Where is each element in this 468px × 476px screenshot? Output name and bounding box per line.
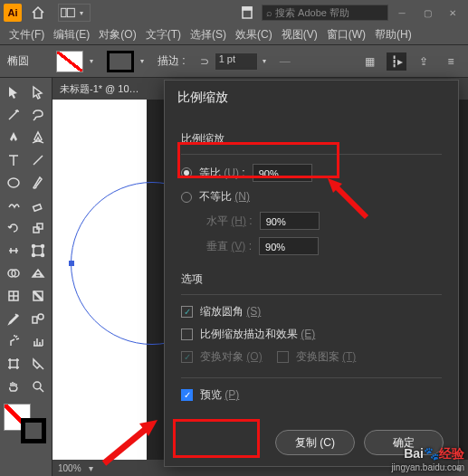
artboard-tool[interactable]	[2, 353, 25, 375]
zoom-level[interactable]: 100%	[58, 463, 81, 473]
shape-builder-tool[interactable]	[2, 262, 25, 284]
svg-rect-3	[243, 7, 252, 10]
uniform-value-input[interactable]: 90%	[253, 164, 312, 182]
vertical-input[interactable]: 90%	[259, 237, 319, 255]
chevron-down-icon[interactable]: ▾	[89, 463, 93, 473]
perspective-tool[interactable]	[26, 262, 50, 284]
link-icon[interactable]: ⊃	[195, 52, 215, 71]
align-icon[interactable]: ┇▸	[387, 52, 406, 71]
menu-view[interactable]: 视图(V)	[278, 25, 321, 44]
menu-object[interactable]: 对象(O)	[95, 25, 139, 44]
svg-rect-1	[67, 8, 74, 16]
menu-window[interactable]: 窗口(W)	[323, 25, 369, 44]
eraser-tool[interactable]	[26, 195, 50, 216]
rotate-tool[interactable]	[2, 217, 25, 239]
menu-type[interactable]: 文字(T)	[142, 25, 185, 44]
menu-edit[interactable]: 编辑(E)	[50, 25, 93, 44]
scale-dialog: 比例缩放 比例缩放 等比 (U) : 90% 不等比 (N) 水平 (H) : …	[164, 80, 459, 467]
document-icon[interactable]	[238, 4, 256, 22]
uniform-radio[interactable]	[181, 167, 192, 178]
stroke-color-swatch[interactable]	[21, 418, 46, 443]
svg-point-4	[8, 178, 19, 187]
maximize-button[interactable]: ▢	[415, 4, 439, 22]
tool-panel	[0, 78, 53, 476]
svg-point-11	[33, 254, 35, 257]
direct-selection-tool[interactable]	[26, 81, 50, 103]
copy-button[interactable]: 复制 (C)	[275, 430, 355, 455]
stroke-swatch[interactable]	[107, 51, 134, 72]
grid-icon[interactable]: ▦	[359, 52, 379, 71]
chevron-down-icon[interactable]: ▾	[136, 55, 148, 68]
svg-rect-19	[10, 360, 17, 367]
home-icon[interactable]	[29, 4, 47, 22]
search-input[interactable]: ⌕ 搜索 Adobe 帮助	[262, 5, 388, 21]
preview-label: 预览 (P)	[200, 387, 239, 403]
curvature-tool[interactable]	[26, 127, 50, 148]
share-icon[interactable]: ⇪	[414, 52, 434, 71]
svg-point-10	[42, 245, 44, 248]
line-tool[interactable]	[26, 149, 50, 171]
chevron-down-icon[interactable]: ▾	[85, 55, 98, 68]
type-tool[interactable]	[2, 149, 25, 171]
svg-rect-5	[33, 205, 42, 211]
magic-wand-tool[interactable]	[2, 104, 25, 126]
close-button[interactable]: ✕	[441, 4, 464, 22]
free-transform-tool[interactable]	[26, 240, 50, 262]
menu-help[interactable]: 帮助(H)	[371, 25, 415, 44]
eyedropper-tool[interactable]	[2, 308, 25, 329]
ellipse-tool[interactable]	[2, 172, 25, 194]
svg-rect-6	[33, 227, 39, 233]
stroke-label: 描边 :	[158, 53, 186, 69]
scale-strokes-checkbox[interactable]	[181, 328, 193, 340]
paintbrush-tool[interactable]	[26, 172, 50, 194]
section-options-label: 选项	[181, 271, 442, 287]
lasso-tool[interactable]	[26, 104, 50, 126]
anchor-point[interactable]	[69, 261, 74, 266]
scale-corners-checkbox[interactable]	[181, 306, 193, 318]
vertical-label: 垂直 (V) :	[206, 239, 252, 254]
section-scale-label: 比例缩放	[181, 131, 442, 147]
scale-corners-label: 缩放圆角 (S)	[200, 304, 261, 319]
stroke-weight-input[interactable]: 1 pt	[215, 52, 258, 71]
nonuniform-label: 不等比 (N)	[199, 189, 250, 205]
svg-point-18	[38, 314, 43, 319]
gradient-tool[interactable]	[26, 285, 50, 307]
hand-tool[interactable]	[2, 376, 25, 397]
separator: —	[280, 55, 291, 68]
menu-file[interactable]: 文件(F)	[5, 25, 48, 44]
fill-swatch[interactable]	[56, 51, 83, 72]
selection-tool[interactable]	[2, 81, 25, 103]
minimize-button[interactable]: ─	[390, 4, 414, 22]
workspace-switcher[interactable]: ▾	[58, 4, 91, 22]
transform-patterns-checkbox	[277, 351, 289, 363]
pen-tool[interactable]	[2, 127, 25, 148]
app-logo: Ai	[4, 4, 22, 22]
preview-checkbox[interactable]	[181, 389, 193, 401]
menu-bar: 文件(F) 编辑(E) 对象(O) 文字(T) 选择(S) 效果(C) 视图(V…	[0, 25, 468, 45]
transform-objects-checkbox	[181, 351, 193, 363]
nonuniform-radio[interactable]	[181, 192, 192, 203]
options-bar: 椭圆 ▾ ▾ 描边 : ⊃ 1 pt ▾ — ▦ ┇▸ ⇪ ≡	[0, 45, 468, 78]
menu-select[interactable]: 选择(S)	[186, 25, 230, 44]
svg-rect-7	[37, 224, 43, 229]
svg-rect-17	[33, 317, 37, 323]
blend-tool[interactable]	[26, 308, 50, 329]
menu-effect[interactable]: 效果(C)	[232, 25, 276, 44]
menu-icon[interactable]: ≡	[441, 52, 461, 71]
ok-button[interactable]: 确定	[364, 430, 444, 455]
column-graph-tool[interactable]	[26, 330, 50, 352]
color-controls[interactable]	[2, 402, 50, 443]
shaper-tool[interactable]	[2, 195, 25, 216]
symbol-sprayer-tool[interactable]	[2, 330, 25, 352]
svg-point-9	[33, 245, 35, 248]
zoom-tool[interactable]	[26, 376, 50, 397]
slice-tool[interactable]	[26, 353, 50, 375]
scale-tool[interactable]	[26, 217, 50, 239]
chevron-down-icon[interactable]: ▾	[258, 55, 271, 68]
horizontal-input[interactable]: 90%	[260, 212, 320, 230]
scale-strokes-label: 比例缩放描边和效果 (E)	[200, 327, 315, 342]
transform-objects-label: 变换对象 (O)	[200, 349, 263, 365]
mesh-tool[interactable]	[2, 285, 25, 307]
divider	[181, 294, 442, 295]
width-tool[interactable]	[2, 240, 25, 262]
